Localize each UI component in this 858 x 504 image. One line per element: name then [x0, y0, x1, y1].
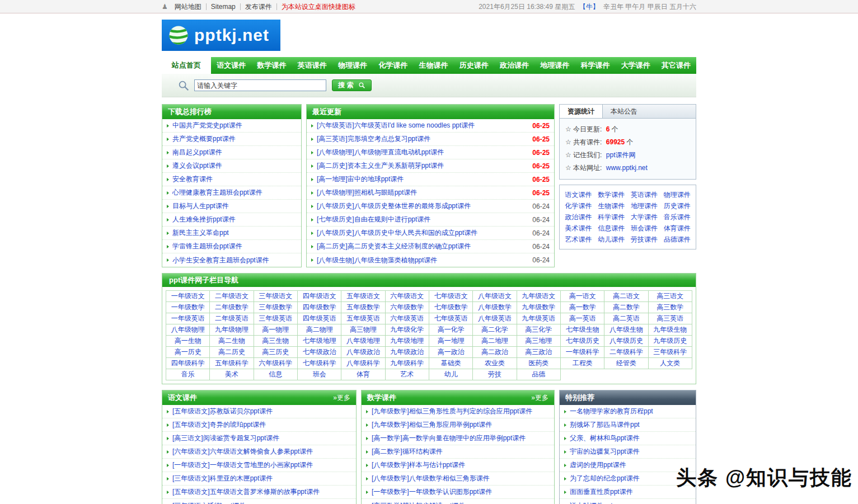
ranking-item-link[interactable]: 遵义会议ppt课件	[172, 161, 297, 171]
ranking-item-link[interactable]: 心理健康教育主题班会ppt课件	[172, 188, 297, 197]
subnav-link[interactable]: 人文类	[649, 358, 692, 369]
ranking-item-link[interactable]: 共产党史概要ppt课件	[172, 134, 297, 144]
quick-link[interactable]: 幼儿课件	[595, 234, 628, 245]
subnav-link[interactable]: 八年级政治	[341, 347, 385, 358]
chinese-item-link[interactable]: [高三语文]阅读鉴赏专题复习ppt课件	[172, 434, 351, 443]
quick-link[interactable]: 品德课件	[660, 234, 693, 245]
subnav-link[interactable]: 五年级英语	[341, 313, 385, 324]
subnav-link[interactable]: 八年级地理	[341, 336, 385, 347]
stats-value[interactable]: ppt课件网	[606, 151, 636, 159]
math-item-link[interactable]: [一年级数学]一年级数学认识图形ppt课件	[372, 487, 550, 497]
subnav-link[interactable]: 高二英语	[604, 313, 648, 324]
featured-item-link[interactable]: 说木叶课件ppt	[570, 501, 691, 504]
subnav-link[interactable]: 四年级语文	[298, 291, 341, 302]
ranking-item-link[interactable]: 中国共产党党史ppt课件	[172, 121, 297, 130]
subnav-link[interactable]: 高二生物	[210, 336, 254, 347]
subnav-link[interactable]: 高一政治	[429, 347, 473, 358]
search-input[interactable]	[194, 79, 326, 91]
recent-item-link[interactable]: [高一地理]宙中的地球ppt课件	[317, 175, 527, 184]
ranking-item-link[interactable]: 安全教育课件	[172, 175, 297, 184]
chinese-more-link[interactable]: »更多	[333, 390, 350, 405]
subnav-link[interactable]: 高二化学	[473, 324, 517, 336]
math-item-link[interactable]: [高三数学]算法初步解读ppt课件	[372, 501, 550, 504]
subnav-link[interactable]: 高一地理	[429, 336, 473, 347]
subnav-link[interactable]: 艺术	[386, 369, 429, 380]
subnav-link[interactable]: 七年级科学	[298, 358, 341, 369]
subnav-link[interactable]: 七年级地理	[298, 336, 341, 347]
chinese-item-link[interactable]: [三年级语文]刮脸ppt课件	[172, 501, 351, 504]
subnav-link[interactable]: 二年级英语	[210, 313, 254, 324]
subnav-link[interactable]: 高一化学	[429, 324, 473, 336]
nav-item[interactable]: 语文课件	[211, 57, 251, 74]
recent-item-link[interactable]: [六年级英语]六年级英语I'd like some noodles ppt课件	[317, 121, 527, 130]
subnav-link[interactable]: 高二地理	[473, 336, 517, 347]
subnav-link[interactable]: 九年级数学	[517, 302, 561, 313]
subnav-link[interactable]: 体育	[341, 369, 385, 380]
nav-item[interactable]: 英语课件	[292, 57, 332, 74]
recent-item-link[interactable]: [高二历史]资本主义生产关系新萌芽ppt课件	[317, 161, 527, 171]
quick-link[interactable]: 信息课件	[595, 223, 628, 234]
subnav-link[interactable]: 四年级科学	[166, 358, 210, 369]
stats-value[interactable]: 69925	[606, 138, 625, 146]
chinese-item-link[interactable]: [五年级语文]奇异的琥珀ppt课件	[172, 420, 351, 430]
subnav-link[interactable]: 九年级物理	[210, 324, 254, 336]
sitemap-cn-link[interactable]: 网站地图	[170, 3, 207, 10]
featured-item-link[interactable]: 一名物理学家的教育历程ppt	[570, 407, 691, 416]
quick-link[interactable]: 劳技课件	[628, 234, 661, 245]
nav-home-tab[interactable]: 站点首页	[162, 57, 211, 74]
subnav-link[interactable]: 工程类	[561, 358, 604, 369]
subnav-link[interactable]: 三年级数学	[254, 302, 298, 313]
subnav-link[interactable]: 七年级历史	[561, 336, 604, 347]
math-item-link[interactable]: [高一数学]高一数学向量在物理中的应用举例ppt课件	[372, 434, 550, 443]
subnav-link[interactable]: 七年级政治	[298, 347, 341, 358]
quick-link[interactable]: 科学课件	[595, 211, 628, 223]
quick-link[interactable]: 化学课件	[562, 200, 595, 211]
subnav-link[interactable]: 二年级语文	[210, 291, 254, 302]
subnav-link[interactable]: 六年级数学	[386, 302, 429, 313]
subnav-link[interactable]: 音乐	[166, 369, 210, 380]
recent-item-link[interactable]: [八年级生物]八年级生物藻类植物ppt课件	[317, 256, 527, 265]
subnav-link[interactable]: 基础类	[429, 358, 473, 369]
math-item-link[interactable]: [八年级数学]样本与估计ppt课件	[372, 460, 550, 470]
subnav-link[interactable]: 三年级英语	[254, 313, 298, 324]
subnav-link[interactable]: 一年级科学	[561, 347, 604, 358]
subnav-link[interactable]: 八年级历史	[604, 336, 648, 347]
quick-link[interactable]: 政治课件	[562, 211, 595, 223]
subnav-link[interactable]: 高一英语	[561, 313, 604, 324]
featured-item-link[interactable]: 虚词的使用ppt课件	[570, 460, 691, 470]
quick-link[interactable]: 班会课件	[628, 223, 661, 234]
subnav-link[interactable]: 九年级语文	[517, 291, 561, 302]
ranking-item-link[interactable]: 小学生安全教育主题班会ppt课件	[172, 256, 297, 265]
subnav-link[interactable]: 高三历史	[254, 347, 298, 358]
subnav-link[interactable]: 七年级生物	[561, 324, 604, 336]
subnav-link[interactable]: 高一语文	[561, 291, 604, 302]
subnav-link[interactable]: 七年级语文	[429, 291, 473, 302]
chinese-item-link[interactable]: [三年级语文]科里亚的木匣ppt课件	[172, 474, 351, 483]
subnav-link[interactable]: 高三物理	[341, 324, 385, 336]
quick-link[interactable]: 物理课件	[660, 189, 693, 200]
ranking-item-link[interactable]: 目标与人生ppt课件	[172, 201, 297, 211]
subnav-link[interactable]: 经管类	[604, 358, 648, 369]
subnav-link[interactable]: 高三政治	[517, 347, 561, 358]
subnav-link[interactable]: 美术	[210, 369, 254, 380]
subnav-link[interactable]: 高三英语	[649, 313, 692, 324]
recent-item-link[interactable]: [八年级物理]八年级物理直流电动机ppt课件	[317, 148, 527, 157]
recent-item-link[interactable]: [七年级历史]自由在规则中进行ppt课件	[317, 215, 527, 224]
subnav-link[interactable]: 信息	[254, 369, 298, 380]
subnav-link[interactable]: 高一数学	[561, 302, 604, 313]
ranking-item-link[interactable]: 新民主主义革命ppt	[172, 228, 297, 238]
subnav-link[interactable]: 班会	[298, 369, 341, 380]
subnav-link[interactable]: 高二语文	[604, 291, 648, 302]
subnav-link[interactable]: 七年级数学	[429, 302, 473, 313]
sitemap-en-link[interactable]: Sitemap	[207, 3, 241, 10]
subnav-link[interactable]: 九年级政治	[386, 347, 429, 358]
chinese-item-link[interactable]: [一年级语文]一年级语文雪地里的小画家ppt课件	[172, 460, 351, 470]
subnav-link[interactable]: 高二数学	[604, 302, 648, 313]
ranking-item-link[interactable]: 学雷锋主题班会ppt课件	[172, 242, 297, 251]
subnav-link[interactable]: 八年级物理	[166, 324, 210, 336]
quick-link[interactable]: 语文课件	[562, 189, 595, 200]
desktop-shortcut-link[interactable]: 为本站设立桌面快捷图标	[277, 3, 360, 10]
math-item-link[interactable]: [高二数学]循环结构课件	[372, 447, 550, 456]
subnav-link[interactable]: 一年级英语	[166, 313, 210, 324]
recent-item-link[interactable]: [八年级物理]照相机与眼睛ppt课件	[317, 188, 527, 197]
